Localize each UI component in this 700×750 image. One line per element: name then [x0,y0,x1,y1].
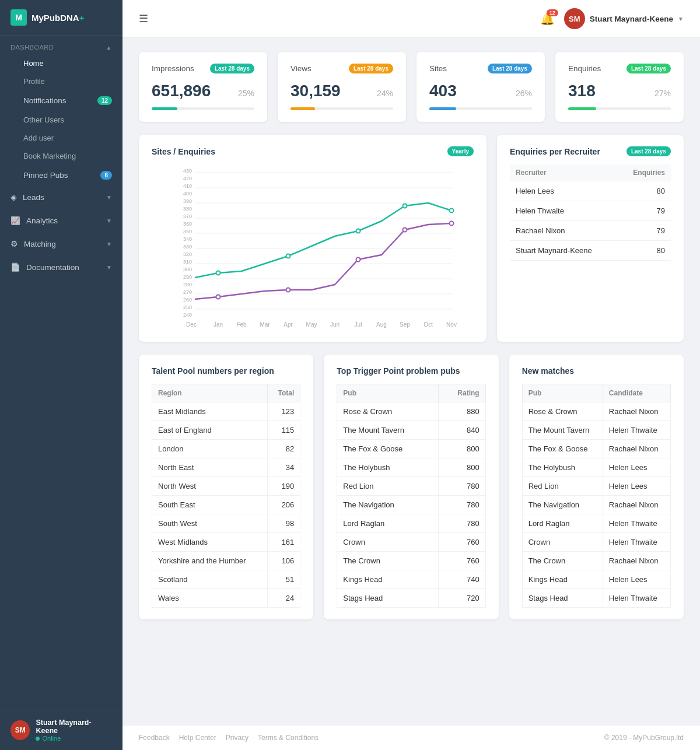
svg-text:330: 330 [183,244,192,250]
recruiter-chart-title: Enquiries per Recruiter [510,147,600,156]
region-name: West Midlands [152,533,268,552]
pub-rating: 720 [438,589,485,608]
svg-point-37 [356,258,360,262]
trigger-point-card: Top Trigger Point problem pubs Pub Ratin… [324,355,498,619]
table-row: North West190 [152,477,300,496]
region-total: 123 [268,402,300,421]
region-name: South West [152,514,268,533]
svg-point-34 [450,209,454,213]
match-candidate: Helen Thwaite [603,589,670,608]
logo-text: MyPubDNA+ [32,13,84,23]
svg-text:360: 360 [183,221,192,227]
recruiter-table: Recruiter Enquiries Helen Lees80Helen Th… [510,164,671,261]
region-name: Scotland [152,570,268,589]
table-row: London82 [152,440,300,458]
region-total: 24 [268,589,300,608]
impressions-pct: 25% [238,89,254,98]
matching-chevron: ▼ [106,241,112,247]
new-matches-card: New matches Pub Candidate Rose & CrownRa… [509,355,684,619]
stat-card-sites: Sites Last 28 days 403 26% [416,52,545,122]
pub-rating: 740 [438,570,485,589]
leads-label: Leads [23,193,44,202]
svg-text:May: May [306,321,317,328]
pub-rating: 760 [438,552,485,570]
table-row: Stuart Maynard-Keene80 [510,241,671,261]
recruiter-name: Helen Lees [510,181,618,201]
matches-title: New matches [522,366,671,376]
table-row: Lord Raglan780 [337,514,485,533]
match-candidate: Helen Lees [603,570,670,589]
matches-table: Pub Candidate Rose & CrownRachael NixonT… [522,384,671,608]
sites-tag: Last 28 days [488,64,532,73]
region-total: 82 [268,440,300,458]
pub-name: The Holybush [337,458,439,477]
feedback-link[interactable]: Feedback [139,734,170,742]
table-row: Rachael Nixon79 [510,221,671,241]
status-dot [36,737,40,741]
region-name: North East [152,458,268,477]
views-bar-track [290,107,393,110]
pub-rating: 800 [438,458,485,477]
sidebar-item-leads[interactable]: ◈ Leads ▼ [0,185,123,209]
leads-chevron: ▼ [106,194,112,201]
privacy-link[interactable]: Privacy [226,734,249,742]
impressions-title: Impressions [152,64,194,73]
recruiter-col-header: Recruiter [510,164,618,181]
main-content: ☰ 🔔 12 SM Stuart Maynard-Keene ▼ Impress… [123,0,700,750]
svg-text:430: 430 [183,168,192,174]
enquiries-tag: Last 28 days [626,64,671,73]
sites-value: 403 [429,82,457,100]
region-total: 106 [268,552,300,570]
sidebar-item-profile[interactable]: Profile [0,72,123,90]
talent-pool-title: Talent Pool numbers per region [152,366,300,376]
sidebar-item-notifications[interactable]: Notifications 12 [0,90,123,111]
region-total: 98 [268,514,300,533]
match-pub: Red Lion [522,477,603,496]
topbar: ☰ 🔔 12 SM Stuart Maynard-Keene ▼ [123,0,700,38]
svg-text:Aug: Aug [376,321,387,328]
table-row: Scotland51 [152,570,300,589]
table-row: The NavigationRachael Nixon [522,496,670,514]
user-chevron-icon: ▼ [678,16,684,22]
analytics-label: Analytics [26,216,58,225]
sidebar-item-book-marketing[interactable]: Book Marketing [0,147,123,165]
table-row: Stags Head720 [337,589,485,608]
sidebar-item-analytics[interactable]: 📈 Analytics ▼ [0,209,123,232]
notification-bell[interactable]: 🔔 12 [540,12,555,26]
sidebar-nav: Dashboard ▲ Home Profile Notifications 1… [0,36,123,710]
sidebar-item-matching[interactable]: ⚙ Matching ▼ [0,232,123,255]
sites-title: Sites [429,64,447,73]
match-candidate: Rachael Nixon [603,402,670,421]
hamburger-icon[interactable]: ☰ [139,12,148,25]
user-chip[interactable]: SM Stuart Maynard-Keene ▼ [564,8,684,29]
sidebar: M MyPubDNA+ Dashboard ▲ Home Profile Not… [0,0,123,750]
terms-link[interactable]: Terms & Conditions [258,734,318,742]
pub-name: The Crown [337,552,439,570]
sidebar-item-other-users[interactable]: Other Users [0,111,123,129]
sidebar-footer: SM Stuart Maynard-Keene Online [0,710,123,750]
talent-pool-table: Region Total East Midlands123East of Eng… [152,384,300,608]
footer-user-name: Stuart Maynard-Keene [36,719,112,735]
svg-text:270: 270 [183,289,192,295]
sidebar-item-documentation[interactable]: 📄 Documentation ▼ [0,255,123,279]
match-candidate: Helen Thwaite [603,533,670,552]
documentation-label: Documentation [26,263,79,272]
footer-status: Online [36,735,112,742]
svg-text:300: 300 [183,267,192,272]
pub-name: Rose & Crown [337,402,439,421]
region-name: Yorkshire and the Humber [152,552,268,570]
impressions-value: 651,896 [152,82,211,100]
recruiter-enquiries: 80 [618,241,671,261]
svg-point-31 [286,254,290,258]
analytics-icon: 📈 [10,216,20,225]
enquiries-value: 318 [568,82,596,100]
sidebar-item-home[interactable]: Home [0,54,123,72]
sidebar-item-pinned-pubs[interactable]: Pinned Pubs 6 [0,165,123,185]
table-row: The Crown760 [337,552,485,570]
pub-name: The Mount Tavern [337,421,439,440]
trigger-table: Pub Rating Rose & Crown880The Mount Tave… [337,384,485,608]
enquiries-col-header: Enquiries [618,164,671,181]
svg-text:Jan: Jan [214,321,223,328]
help-center-link[interactable]: Help Center [179,734,216,742]
sidebar-item-add-user[interactable]: Add user [0,129,123,147]
